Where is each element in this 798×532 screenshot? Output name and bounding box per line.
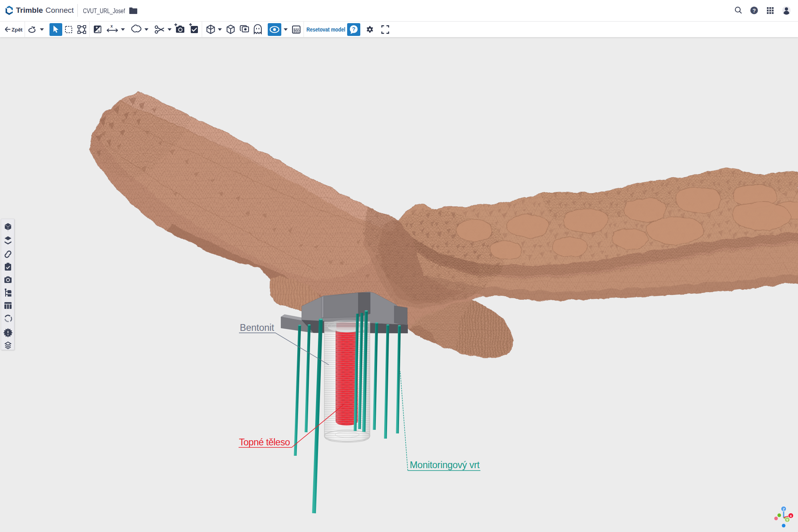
- svg-text:Z: Z: [782, 507, 784, 511]
- svg-text:?: ?: [352, 26, 356, 32]
- svg-text:Resetovat model: Resetovat model: [306, 26, 345, 33]
- svg-text:Y: Y: [786, 518, 788, 522]
- svg-text:?: ?: [753, 8, 756, 14]
- svg-text:Topné těleso: Topné těleso: [239, 437, 290, 447]
- svg-text:Zpět: Zpět: [12, 27, 23, 33]
- svg-text:X: X: [790, 514, 792, 518]
- svg-text:Monitoringový vrt: Monitoringový vrt: [410, 460, 480, 470]
- svg-text:Bentonit: Bentonit: [240, 322, 274, 333]
- svg-text:x: x: [111, 24, 113, 28]
